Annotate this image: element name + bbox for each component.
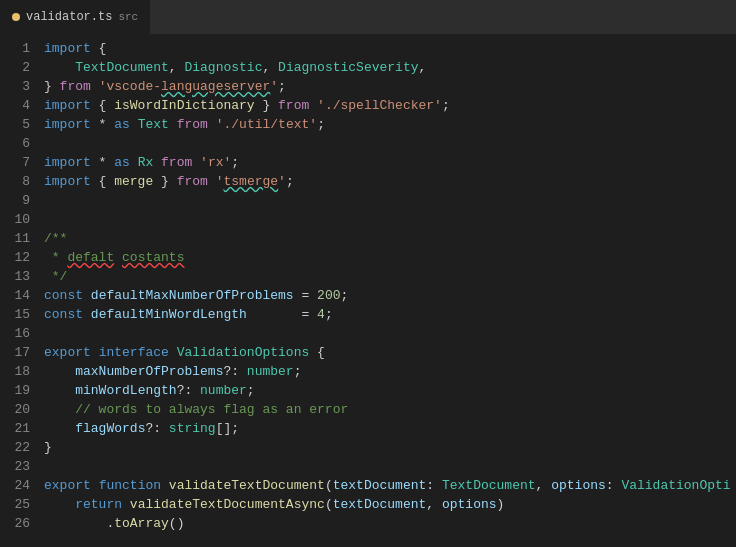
line-13: */	[44, 267, 736, 286]
line-24: export function validateTextDocument(tex…	[44, 476, 736, 495]
line-16	[44, 324, 736, 343]
line-5: import * as Text from './util/text';	[44, 115, 736, 134]
line-14: const defaultMaxNumberOfProblems = 200;	[44, 286, 736, 305]
line-3: } from 'vscode-languageserver';	[44, 77, 736, 96]
line-20: // words to always flag as an error	[44, 400, 736, 419]
editor-container: validator.ts src 12345 678910 1112131415…	[0, 0, 736, 533]
line-1: import {	[44, 39, 736, 58]
line-numbers: 12345 678910 1112131415 1617181920 21222…	[0, 39, 40, 533]
tab-src-label: src	[118, 11, 138, 23]
modified-indicator	[12, 13, 20, 21]
code-area: 12345 678910 1112131415 1617181920 21222…	[0, 35, 736, 533]
line-12: * defalt costants	[44, 248, 736, 267]
line-22: }	[44, 438, 736, 457]
line-7: import * as Rx from 'rx';	[44, 153, 736, 172]
line-4: import { isWordInDictionary } from './sp…	[44, 96, 736, 115]
line-10	[44, 210, 736, 229]
line-25: return validateTextDocumentAsync(textDoc…	[44, 495, 736, 514]
code-content: import { TextDocument, Diagnostic, Diagn…	[40, 39, 736, 533]
line-8: import { merge } from 'tsmerge';	[44, 172, 736, 191]
line-23	[44, 457, 736, 476]
tab-filename: validator.ts	[26, 10, 112, 24]
line-9	[44, 191, 736, 210]
line-6	[44, 134, 736, 153]
line-21: flagWords?: string[];	[44, 419, 736, 438]
tab-bar: validator.ts src	[0, 0, 736, 35]
line-15: const defaultMinWordLength = 4;	[44, 305, 736, 324]
line-2: TextDocument, Diagnostic, DiagnosticSeve…	[44, 58, 736, 77]
line-11: /**	[44, 229, 736, 248]
line-26: .toArray()	[44, 514, 736, 533]
editor-tab[interactable]: validator.ts src	[0, 0, 151, 34]
line-17: export interface ValidationOptions {	[44, 343, 736, 362]
line-18: maxNumberOfProblems?: number;	[44, 362, 736, 381]
line-19: minWordLength?: number;	[44, 381, 736, 400]
